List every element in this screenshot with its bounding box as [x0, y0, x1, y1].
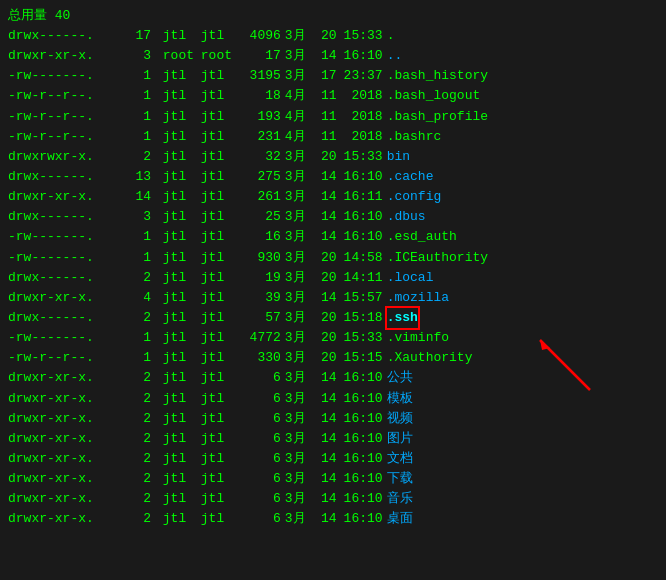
total-label: 总用量: [8, 8, 47, 23]
file-size: 4772: [239, 328, 281, 348]
time: 16:10: [337, 429, 383, 449]
file-size: 6: [239, 409, 281, 429]
month: 4月: [285, 127, 307, 147]
month: 3月: [285, 187, 307, 207]
time: 16:10: [337, 489, 383, 509]
file-size: 25: [239, 207, 281, 227]
links-count: 2: [123, 368, 151, 388]
group-owner: jtl: [201, 248, 239, 268]
day: 14: [315, 167, 337, 187]
table-row: -rw-------. 1 jtl jtl 16 3月 14 16:10 .es…: [8, 227, 658, 247]
total-line: 总用量 40: [8, 6, 658, 24]
links-count: 2: [123, 409, 151, 429]
filename: 音乐: [387, 489, 413, 509]
time: 2018: [337, 127, 383, 147]
user-owner: jtl: [163, 489, 201, 509]
table-row: drwxr-xr-x. 2 jtl jtl 6 3月 14 16:10 公共: [8, 368, 658, 388]
table-row: -rw-------. 1 jtl jtl 3195 3月 17 23:37 .…: [8, 66, 658, 86]
file-size: 6: [239, 368, 281, 388]
group-owner: jtl: [201, 107, 239, 127]
day: 14: [315, 429, 337, 449]
group-owner: jtl: [201, 469, 239, 489]
file-size: 3195: [239, 66, 281, 86]
permissions: -rw-r--r--.: [8, 107, 123, 127]
group-owner: jtl: [201, 308, 239, 328]
permissions: drwxr-xr-x.: [8, 46, 123, 66]
table-row: drwx------. 17 jtl jtl 4096 3月 20 15:33 …: [8, 26, 658, 46]
group-owner: jtl: [201, 187, 239, 207]
day: 20: [315, 248, 337, 268]
table-row: -rw-------. 1 jtl jtl 4772 3月 20 15:33 .…: [8, 328, 658, 348]
time: 16:11: [337, 187, 383, 207]
file-size: 275: [239, 167, 281, 187]
day: 14: [315, 509, 337, 529]
month: 4月: [285, 86, 307, 106]
filename: 桌面: [387, 509, 413, 529]
links-count: 1: [123, 227, 151, 247]
file-size: 6: [239, 389, 281, 409]
user-owner: jtl: [163, 348, 201, 368]
filename: .bash_profile: [387, 107, 488, 127]
month: 4月: [285, 107, 307, 127]
file-size: 6: [239, 509, 281, 529]
file-size: 57: [239, 308, 281, 328]
permissions: -rw-------.: [8, 227, 123, 247]
permissions: drwxr-xr-x.: [8, 409, 123, 429]
table-row: drwxr-xr-x. 14 jtl jtl 261 3月 14 16:11 .…: [8, 187, 658, 207]
permissions: -rw-------.: [8, 248, 123, 268]
day: 20: [315, 328, 337, 348]
links-count: 2: [123, 268, 151, 288]
filename: .: [387, 26, 395, 46]
table-row: drwxr-xr-x. 2 jtl jtl 6 3月 14 16:10 图片: [8, 429, 658, 449]
month: 3月: [285, 348, 307, 368]
time: 2018: [337, 86, 383, 106]
user-owner: jtl: [163, 248, 201, 268]
permissions: drwx------.: [8, 26, 123, 46]
user-owner: jtl: [163, 147, 201, 167]
table-row: -rw-r--r--. 1 jtl jtl 18 4月 11 2018 .bas…: [8, 86, 658, 106]
table-row: drwxr-xr-x. 2 jtl jtl 6 3月 14 16:10 模板: [8, 389, 658, 409]
time: 14:58: [337, 248, 383, 268]
table-row: -rw-r--r--. 1 jtl jtl 193 4月 11 2018 .ba…: [8, 107, 658, 127]
day: 14: [315, 389, 337, 409]
filename: .bash_history: [387, 66, 488, 86]
group-owner: jtl: [201, 147, 239, 167]
user-owner: jtl: [163, 187, 201, 207]
day: 20: [315, 26, 337, 46]
day: 11: [315, 127, 337, 147]
permissions: -rw-r--r--.: [8, 348, 123, 368]
file-size: 330: [239, 348, 281, 368]
day: 14: [315, 288, 337, 308]
user-owner: jtl: [163, 469, 201, 489]
user-owner: jtl: [163, 167, 201, 187]
group-owner: jtl: [201, 26, 239, 46]
time: 16:10: [337, 46, 383, 66]
table-row: drwxrwxr-x. 2 jtl jtl 32 3月 20 15:33 bin: [8, 147, 658, 167]
links-count: 13: [123, 167, 151, 187]
file-size: 930: [239, 248, 281, 268]
links-count: 1: [123, 348, 151, 368]
file-size: 6: [239, 449, 281, 469]
file-size: 39: [239, 288, 281, 308]
permissions: drwx------.: [8, 308, 123, 328]
table-row: drwxr-xr-x. 2 jtl jtl 6 3月 14 16:10 音乐: [8, 489, 658, 509]
time: 16:10: [337, 509, 383, 529]
user-owner: jtl: [163, 86, 201, 106]
table-row: drwx------. 13 jtl jtl 275 3月 14 16:10 .…: [8, 167, 658, 187]
table-row: -rw-r--r--. 1 jtl jtl 231 4月 11 2018 .ba…: [8, 127, 658, 147]
filename: .cache: [387, 167, 434, 187]
group-owner: jtl: [201, 328, 239, 348]
file-size: 18: [239, 86, 281, 106]
group-owner: jtl: [201, 66, 239, 86]
filename: .mozilla: [387, 288, 449, 308]
day: 14: [315, 489, 337, 509]
day: 14: [315, 187, 337, 207]
links-count: 1: [123, 86, 151, 106]
user-owner: jtl: [163, 268, 201, 288]
links-count: 17: [123, 26, 151, 46]
links-count: 2: [123, 389, 151, 409]
group-owner: jtl: [201, 429, 239, 449]
month: 3月: [285, 469, 307, 489]
table-row: -rw-------. 1 jtl jtl 930 3月 20 14:58 .I…: [8, 248, 658, 268]
filename: ..: [387, 46, 403, 66]
